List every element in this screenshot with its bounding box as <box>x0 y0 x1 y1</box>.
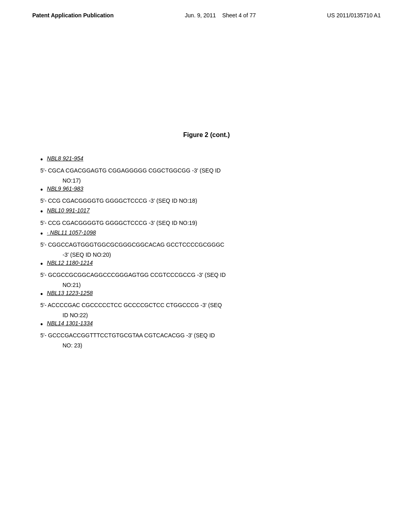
list-item: • · NBL11 1057-1098 <box>40 229 373 239</box>
item-label-nbl14: NBL14 1301-1334 <box>47 320 93 328</box>
sequence-nbl14-line2: NO: 23) <box>63 341 373 350</box>
bullet-icon: • <box>40 185 43 195</box>
sequence-nbl8-line1: 5'- CGCA CGACGGAGTG CGGAGGGGG CGGCTGGCGG… <box>40 166 373 175</box>
list-item: • NBL13 1223-1258 <box>40 289 373 299</box>
main-content: Figure 2 (cont.) • NBL8 921-954 5'- CGCA… <box>0 27 413 374</box>
item-label-nbl13: NBL13 1223-1258 <box>47 289 93 297</box>
sequence-nbl11-line2: -3' (SEQ ID NO:20) <box>63 251 373 259</box>
bullet-icon: • <box>40 289 43 299</box>
sequence-nbl14-line1: 5'- GCCCGACCGGTTTCCTGTGCGTAA CGTCACACGG … <box>40 331 373 340</box>
sequence-nbl9-line1: 5'- CCG CGACGGGGTG GGGGCTCCCG -3' (SEQ I… <box>40 197 373 205</box>
sequence-nbl11-line1: 5'- CGGCCAGTGGGTGGCGCGGGCGGCACAG GCCTCCC… <box>40 241 373 249</box>
bullet-icon: • <box>40 229 43 239</box>
list-item: • NBL10 991-1017 <box>40 207 373 217</box>
bullet-icon: • <box>40 155 43 165</box>
header-patent-number: US 2011/0135710 A1 <box>327 12 381 19</box>
figure-title: Figure 2 (cont.) <box>40 131 373 139</box>
list-item: • NBL9 961-983 <box>40 185 373 195</box>
item-label-nbl9: NBL9 961-983 <box>47 185 83 193</box>
sequence-nbl10-line1: 5'- CCG CGACGGGGTG GGGGCTCCCG -3' (SEQ I… <box>40 219 373 227</box>
bullet-icon: • <box>40 207 43 217</box>
list-item: • NBL14 1301-1334 <box>40 320 373 330</box>
sequence-nbl13-line1: 5'- ACCCCGAC CGCCCCCTCC GCCCCGCTCC CTGGC… <box>40 301 373 310</box>
bullet-icon: • <box>40 259 43 269</box>
page-header: Patent Application Publication Jun. 9, 2… <box>0 0 413 27</box>
bullet-icon: • <box>40 320 43 330</box>
sequence-nbl8-line2: NO:17) <box>63 177 373 185</box>
page: Patent Application Publication Jun. 9, 2… <box>0 0 413 532</box>
item-label-nbl10: NBL10 991-1017 <box>47 207 90 215</box>
list-item: • NBL8 921-954 <box>40 155 373 165</box>
list-item: • NBL12 1180-1214 <box>40 259 373 269</box>
item-label-nbl12: NBL12 1180-1214 <box>47 259 93 267</box>
sequence-list: • NBL8 921-954 5'- CGCA CGACGGAGTG CGGAG… <box>40 155 373 350</box>
item-label-nbl8: NBL8 921-954 <box>47 155 83 163</box>
sequence-nbl12-line2: NO:21) <box>63 281 373 289</box>
item-label-nbl11: · NBL11 1057-1098 <box>47 229 96 237</box>
header-publication-label: Patent Application Publication <box>32 12 114 19</box>
sequence-nbl13-line2: ID NO:22) <box>63 311 373 320</box>
sequence-nbl12-line1: 5'- GCGCCGCGGCAGGCCCGGGAGTGG CCGTCCCGCCG… <box>40 271 373 279</box>
header-date: Jun. 9, 2011 Sheet 4 of 77 <box>185 12 256 19</box>
